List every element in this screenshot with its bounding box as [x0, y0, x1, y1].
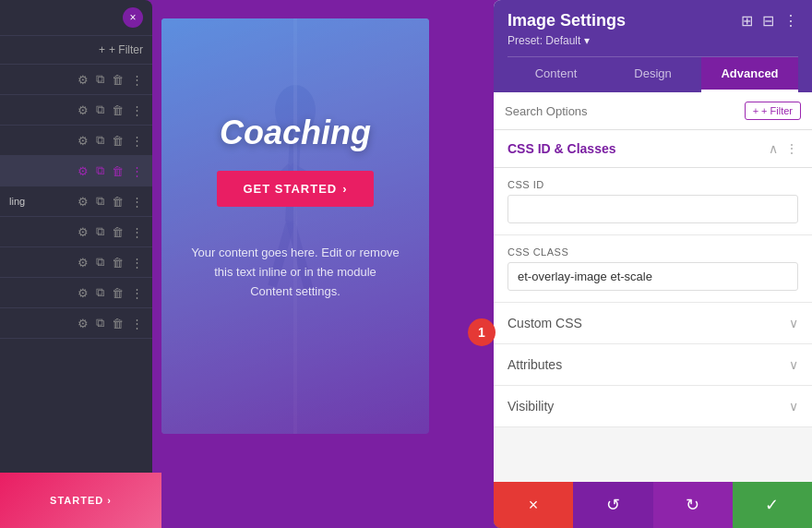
save-button[interactable]: ✓	[733, 482, 812, 528]
panel-row-1: ⚙ ⧉ 🗑 ⋮	[0, 65, 152, 95]
delete-icon[interactable]: 🗑	[112, 73, 124, 87]
duplicate-icon[interactable]: ⧉	[96, 133, 104, 148]
collapse-icon[interactable]: ∧	[769, 141, 778, 156]
get-started-button[interactable]: GET STARTED ›	[217, 171, 373, 207]
search-options-input[interactable]	[505, 104, 737, 118]
tab-design[interactable]: Design	[604, 57, 701, 92]
delete-icon[interactable]: 🗑	[112, 195, 124, 209]
coaching-title: Coaching	[220, 114, 371, 152]
settings-body: + + Filter CSS ID & Classes ∧ ⋮ CSS ID C…	[494, 92, 812, 482]
tab-content[interactable]: Content	[508, 57, 604, 92]
delete-icon[interactable]: 🗑	[112, 164, 124, 178]
settings-icon[interactable]: ⚙	[78, 286, 89, 300]
filter-row: + + Filter	[0, 36, 152, 65]
chevron-down-icon: ∨	[789, 399, 798, 414]
save-icon: ✓	[765, 495, 779, 515]
panel-row-4-active: ⚙ ⧉ 🗑 ⋮	[0, 156, 152, 186]
panel-row-9: ⚙ ⧉ 🗑 ⋮	[0, 308, 152, 339]
more-options-icon[interactable]: ⋮	[783, 12, 798, 30]
columns-icon[interactable]: ⊟	[762, 12, 774, 30]
settings-panel: Image Settings ⊞ ⊟ ⋮ Preset: Default ▾ C…	[494, 0, 812, 528]
css-class-field-group: CSS Class	[494, 235, 812, 303]
settings-header-icons: ⊞ ⊟ ⋮	[741, 12, 798, 30]
panel-row-2: ⚙ ⧉ 🗑 ⋮	[0, 95, 152, 126]
redo-button[interactable]: ↻	[653, 482, 733, 528]
preset-label: Preset: Default	[508, 34, 580, 47]
settings-title: Image Settings	[508, 11, 626, 30]
chevron-down-icon: ∨	[789, 316, 798, 330]
background-figure	[161, 18, 429, 434]
preview-area: Coaching GET STARTED › Your content goes…	[161, 18, 429, 434]
close-left-panel-button[interactable]: ×	[123, 7, 143, 28]
preset-row: Preset: Default ▾	[508, 34, 798, 47]
more-icon[interactable]: ⋮	[131, 73, 143, 87]
undo-icon: ↺	[606, 495, 620, 515]
tabs-row: Content Design Advanced	[508, 56, 798, 92]
duplicate-icon[interactable]: ⧉	[96, 72, 104, 87]
css-id-input[interactable]	[508, 195, 798, 223]
settings-header: Image Settings ⊞ ⊟ ⋮ Preset: Default ▾ C…	[494, 0, 812, 92]
duplicate-icon[interactable]: ⧉	[96, 316, 104, 330]
attributes-section[interactable]: Attributes ∨	[494, 344, 812, 386]
settings-icon[interactable]: ⚙	[78, 103, 89, 117]
settings-icon[interactable]: ⚙	[78, 256, 89, 270]
duplicate-icon[interactable]: ⧉	[96, 102, 104, 117]
more-icon[interactable]: ⋮	[131, 225, 143, 239]
css-class-label: CSS Class	[508, 246, 798, 258]
more-icon[interactable]: ⋮	[131, 134, 143, 148]
preset-dropdown-icon[interactable]: ▾	[584, 34, 590, 47]
delete-icon[interactable]: 🗑	[112, 225, 124, 239]
custom-css-section[interactable]: Custom CSS ∨	[494, 303, 812, 344]
delete-icon[interactable]: 🗑	[112, 103, 124, 117]
coaching-description: Your content goes here. Edit or remove t…	[191, 244, 400, 301]
left-panel: × + + Filter ⚙ ⧉ 🗑 ⋮ ⚙ ⧉ 🗑 ⋮ ⚙ ⧉ 🗑 ⋮ ⚙ ⧉…	[0, 0, 152, 528]
duplicate-icon[interactable]: ⧉	[96, 194, 104, 209]
bottom-strip: STARTED ›	[0, 473, 161, 528]
css-id-label: CSS ID	[508, 179, 798, 190]
visibility-section[interactable]: Visibility ∨	[494, 386, 812, 427]
action-bar: × ↺ ↻ ✓	[494, 482, 812, 528]
plus-icon: +	[99, 43, 105, 56]
cancel-button[interactable]: ×	[494, 482, 573, 528]
more-icon[interactable]: ⋮	[131, 195, 143, 209]
css-id-field-group: CSS ID	[494, 168, 812, 235]
duplicate-icon[interactable]: ⧉	[96, 163, 104, 178]
attributes-title: Attributes	[508, 357, 562, 372]
panel-row-7: ⚙ ⧉ 🗑 ⋮	[0, 247, 152, 278]
settings-icon[interactable]: ⚙	[78, 73, 89, 87]
panel-row-5: ling ⚙ ⧉ 🗑 ⋮	[0, 186, 152, 217]
panel-row-6: ⚙ ⧉ 🗑 ⋮	[0, 217, 152, 247]
duplicate-icon[interactable]: ⧉	[96, 224, 104, 239]
settings-icon[interactable]: ⚙	[78, 134, 89, 148]
section-icons: ∧ ⋮	[769, 141, 798, 156]
expand-icon[interactable]: ⊞	[741, 12, 753, 30]
more-icon[interactable]: ⋮	[131, 164, 143, 178]
undo-button[interactable]: ↺	[573, 482, 652, 528]
delete-icon[interactable]: 🗑	[112, 256, 124, 270]
settings-icon[interactable]: ⚙	[78, 225, 89, 239]
more-icon[interactable]: ⋮	[131, 103, 143, 117]
settings-icon[interactable]: ⚙	[78, 317, 89, 330]
search-filter-row: + + Filter	[494, 92, 812, 130]
left-panel-header: ×	[0, 0, 152, 36]
filter-button[interactable]: + + Filter	[99, 43, 143, 56]
tab-advanced[interactable]: Advanced	[701, 57, 798, 92]
section-menu-icon[interactable]: ⋮	[785, 141, 798, 156]
settings-title-row: Image Settings ⊞ ⊟ ⋮	[508, 11, 798, 30]
css-class-input[interactable]	[508, 262, 798, 291]
duplicate-icon[interactable]: ⧉	[96, 255, 104, 270]
delete-icon[interactable]: 🗑	[112, 134, 124, 148]
settings-icon[interactable]: ⚙	[78, 195, 89, 209]
more-icon[interactable]: ⋮	[131, 256, 143, 270]
redo-icon: ↻	[686, 495, 699, 515]
css-section-title: CSS ID & Classes	[508, 141, 616, 156]
delete-icon[interactable]: 🗑	[112, 286, 124, 300]
settings-icon[interactable]: ⚙	[78, 164, 89, 178]
plus-icon: +	[753, 105, 758, 116]
more-icon[interactable]: ⋮	[131, 317, 143, 330]
filter-options-button[interactable]: + + Filter	[745, 102, 801, 120]
duplicate-icon[interactable]: ⧉	[96, 285, 104, 300]
delete-icon[interactable]: 🗑	[112, 317, 124, 330]
cancel-icon: ×	[529, 496, 539, 515]
more-icon[interactable]: ⋮	[131, 286, 143, 300]
